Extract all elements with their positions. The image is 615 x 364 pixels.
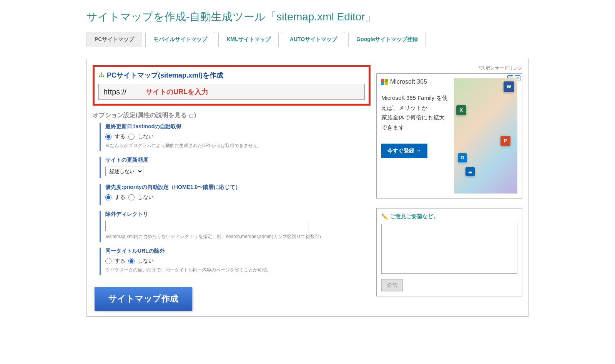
tab-mobile-sitemap[interactable]: モバイルサイトマップ bbox=[145, 32, 215, 47]
radio-sametitle-yes-label: する bbox=[115, 258, 125, 265]
svg-rect-5 bbox=[190, 114, 193, 117]
radio-priority-yes[interactable] bbox=[105, 194, 111, 200]
svg-rect-0 bbox=[101, 73, 102, 74]
create-sitemap-button[interactable]: サイトマップ作成 bbox=[95, 287, 192, 311]
radio-sametitle-no[interactable] bbox=[128, 258, 135, 264]
sponsor-label: *スポンサードリンク bbox=[376, 65, 522, 71]
option-priority: 優先度:priorityの自動設定（HOME1.0〜階層に応じて） する しない bbox=[100, 184, 371, 205]
url-highlight-box: PCサイトマップ(sitemap.xml)を作成 https:// サイトのUR… bbox=[93, 65, 371, 106]
sitemap-icon bbox=[98, 72, 105, 78]
tab-auto-sitemap[interactable]: AUTOサイトマップ bbox=[282, 32, 345, 47]
radio-sametitle-no-label: しない bbox=[138, 258, 154, 265]
feedback-submit-button[interactable]: 送信 bbox=[381, 279, 403, 291]
radio-lastmod-no-label: しない bbox=[138, 133, 154, 140]
ad-panel[interactable]: ⓘ ✕ Microsoft 365 Microsoft 365 Family を… bbox=[376, 73, 522, 199]
radio-lastmod-no[interactable] bbox=[128, 134, 135, 140]
radio-lastmod-yes[interactable] bbox=[105, 134, 111, 140]
url-hint-annotation: サイトのURLを入力 bbox=[146, 87, 208, 96]
option-lastmod-note: ※なんらかプログラムにより動的に生成されたURLからは取得できません。 bbox=[105, 142, 371, 149]
tab-google-register[interactable]: Googleサイトマップ登録 bbox=[348, 32, 426, 47]
tab-pc-sitemap[interactable]: PCサイトマップ bbox=[86, 32, 142, 47]
radio-priority-yes-label: する bbox=[115, 194, 125, 201]
select-freq[interactable]: 記述しない bbox=[105, 167, 143, 176]
option-sametitle: 同一タイトルURLの除外 する しない ※パラメータの違いだけで、同一タイトル同… bbox=[100, 248, 371, 275]
ms-logo-icon bbox=[381, 79, 388, 85]
option-exclude-note: ※sitemap.xml内に含めたくないディレクトリを指定。例：search,m… bbox=[105, 233, 371, 240]
ad-image: W X P O ☁ bbox=[454, 78, 517, 194]
option-exclude-title: 除外ディレクトリ bbox=[105, 211, 371, 218]
option-lastmod: 最終更新日:lastmodの自動取得 する しない ※なんらかプログラムにより動… bbox=[100, 123, 371, 151]
option-priority-title: 優先度:priorityの自動設定（HOME1.0〜階層に応じて） bbox=[105, 184, 371, 191]
url-prefix: https:// bbox=[103, 88, 126, 96]
option-freq: サイトの更新頻度 記述しない bbox=[100, 157, 371, 178]
section-title: PCサイトマップ(sitemap.xml)を作成 bbox=[98, 71, 365, 80]
radio-lastmod-yes-label: する bbox=[115, 133, 125, 140]
ad-cta-button[interactable]: 今すぐ登録 → bbox=[381, 144, 427, 158]
feedback-title: ✏️ ご意見ご要望など。 bbox=[381, 213, 517, 220]
page-title: サイトマップを作成-自動生成ツール「sitemap.xml Editor」 bbox=[86, 0, 529, 32]
radio-sametitle-yes[interactable] bbox=[105, 258, 111, 264]
option-freq-title: サイトの更新頻度 bbox=[105, 157, 371, 164]
radio-priority-no[interactable] bbox=[128, 194, 135, 200]
options-header: オプション設定(属性の説明を見る ) bbox=[93, 111, 371, 119]
option-sametitle-note: ※パラメータの違いだけで、同一タイトル同一内容のページを省くことが可能。 bbox=[105, 267, 371, 273]
microsoft-logo: Microsoft 365 bbox=[381, 78, 449, 85]
svg-rect-1 bbox=[99, 76, 100, 77]
input-exclude-dirs[interactable] bbox=[105, 221, 309, 231]
tab-bar: PCサイトマップ モバイルサイトマップ KMLサイトマップ AUTOサイトマップ… bbox=[86, 32, 529, 47]
tab-kml-sitemap[interactable]: KMLサイトマップ bbox=[218, 32, 278, 47]
svg-rect-3 bbox=[103, 76, 104, 77]
svg-rect-2 bbox=[101, 76, 102, 77]
sidebar: *スポンサードリンク ⓘ ✕ Microsoft 365 bbox=[376, 65, 522, 311]
radio-priority-no-label: しない bbox=[138, 194, 154, 201]
feedback-textarea[interactable] bbox=[381, 224, 517, 274]
external-link-icon[interactable] bbox=[189, 113, 194, 118]
ad-copy: Microsoft 365 Family を使えば、メリットが 家族全体で何倍に… bbox=[381, 93, 449, 132]
option-exclude: 除外ディレクトリ ※sitemap.xml内に含めたくないディレクトリを指定。例… bbox=[100, 211, 371, 242]
option-lastmod-title: 最終更新日:lastmodの自動取得 bbox=[105, 123, 371, 130]
url-input-row[interactable]: https:// サイトのURLを入力 bbox=[98, 84, 365, 100]
option-sametitle-title: 同一タイトルURLの除外 bbox=[105, 248, 371, 255]
main-form: PCサイトマップ(sitemap.xml)を作成 https:// サイトのUR… bbox=[93, 65, 371, 311]
feedback-panel: ✏️ ご意見ご要望など。 送信 bbox=[376, 208, 522, 296]
pencil-icon: ✏️ bbox=[381, 213, 388, 220]
